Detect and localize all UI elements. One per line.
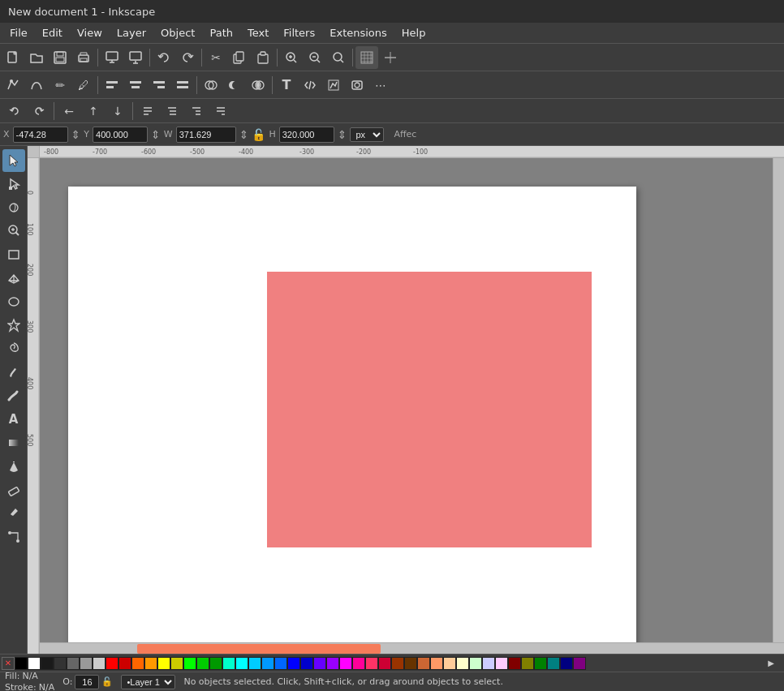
color-darkpurple[interactable] <box>573 657 586 670</box>
snap-guide-button[interactable] <box>379 46 402 69</box>
color-red3[interactable] <box>378 657 391 670</box>
color-pink[interactable] <box>352 657 365 670</box>
color-gray1[interactable] <box>67 657 80 670</box>
path-intersect-button[interactable] <box>247 74 269 97</box>
3dbox-tool-button[interactable] <box>2 267 25 290</box>
indent-btn[interactable] <box>161 100 183 122</box>
snap-nav-down[interactable]: ↓ <box>106 100 129 122</box>
zoom-out-button[interactable] <box>304 46 326 69</box>
color-blue2[interactable] <box>274 657 287 670</box>
bezier-tool-button[interactable] <box>25 74 48 97</box>
h-input[interactable] <box>279 127 334 143</box>
color-blue4[interactable] <box>300 657 313 670</box>
color-teal[interactable] <box>222 657 235 670</box>
menu-file[interactable]: File <box>3 25 34 41</box>
y-input[interactable] <box>93 127 148 143</box>
color-yellow[interactable] <box>157 657 170 670</box>
color-lightgreen[interactable] <box>469 657 482 670</box>
color-pink2[interactable] <box>365 657 378 670</box>
copy-button[interactable] <box>228 46 251 69</box>
save-button[interactable] <box>49 46 71 69</box>
calligraphy-button[interactable] <box>2 384 25 407</box>
filters-button[interactable] <box>346 74 368 97</box>
pink-shape-container[interactable] <box>267 272 592 547</box>
star-tool-button[interactable] <box>2 314 25 337</box>
bitmap-trace-button[interactable] <box>322 74 345 97</box>
color-gray2[interactable] <box>80 657 93 670</box>
color-purple1[interactable] <box>313 657 326 670</box>
fill-tool-button[interactable] <box>2 455 25 478</box>
indent-more-btn[interactable] <box>185 100 208 122</box>
spiral-tool-button[interactable] <box>2 337 25 360</box>
color-brown1[interactable] <box>391 657 404 670</box>
color-orange[interactable] <box>131 657 144 670</box>
color-green1[interactable] <box>196 657 209 670</box>
vscrollbar[interactable] <box>773 158 784 642</box>
indent-right-btn[interactable] <box>209 100 232 122</box>
color-purple2[interactable] <box>326 657 339 670</box>
color-brown2[interactable] <box>404 657 417 670</box>
canvas-area[interactable]: -800 -700 -600 -500 -400 -300 -200 -100 … <box>28 146 784 654</box>
zoom-tool-button[interactable] <box>2 220 25 242</box>
more-tools-button[interactable]: ⋯ <box>369 74 392 97</box>
indent-less-btn[interactable] <box>136 100 159 122</box>
snap-nav-back[interactable]: ← <box>58 100 80 122</box>
redo-button[interactable] <box>176 46 199 69</box>
xml-editor-button[interactable] <box>299 74 321 97</box>
color-darkblue[interactable] <box>560 657 573 670</box>
gradient-tool-button[interactable] <box>2 431 25 454</box>
cut-button[interactable]: ✂ <box>205 46 227 69</box>
tweak-tool-button[interactable] <box>2 196 25 219</box>
color-magenta[interactable] <box>339 657 352 670</box>
color-cyan2[interactable] <box>248 657 261 670</box>
color-salmon[interactable] <box>430 657 443 670</box>
distribute-button[interactable] <box>171 74 194 97</box>
menu-layer[interactable]: Layer <box>110 25 153 41</box>
color-darkolive[interactable] <box>521 657 534 670</box>
color-lightyellow[interactable] <box>456 657 469 670</box>
menu-object[interactable]: Object <box>154 25 201 41</box>
color-white[interactable] <box>28 657 41 670</box>
connector-tool-button[interactable] <box>2 526 25 548</box>
hscrollbar[interactable] <box>40 642 784 654</box>
color-cyan[interactable] <box>235 657 248 670</box>
color-lightgray[interactable] <box>93 657 106 670</box>
path-union-button[interactable] <box>200 74 222 97</box>
snap-grid-button[interactable] <box>355 46 378 69</box>
menu-view[interactable]: View <box>71 25 109 41</box>
color-red[interactable] <box>106 657 118 670</box>
undo-button[interactable] <box>153 46 175 69</box>
color-orange2[interactable] <box>144 657 157 670</box>
align-right-button[interactable] <box>148 74 170 97</box>
snap-nav-up[interactable]: ↑ <box>82 100 105 122</box>
print-button[interactable] <box>72 46 95 69</box>
menu-path[interactable]: Path <box>203 25 239 41</box>
snap-undo-btn[interactable] <box>3 100 26 122</box>
color-peach[interactable] <box>443 657 456 670</box>
x-input[interactable] <box>13 127 68 143</box>
text-button[interactable]: T <box>275 74 298 97</box>
color-yellow2[interactable] <box>170 657 183 670</box>
color-black[interactable] <box>15 657 28 670</box>
eraser-tool-button[interactable] <box>2 479 25 501</box>
layer-select[interactable]: •Layer 1 <box>121 675 175 689</box>
open-button[interactable] <box>25 46 48 69</box>
color-lightblue[interactable] <box>482 657 495 670</box>
rect-tool-button[interactable] <box>2 243 25 266</box>
import-button[interactable] <box>101 46 123 69</box>
color-red2[interactable] <box>118 657 131 670</box>
select-tool-button[interactable] <box>2 149 25 172</box>
color-lavender[interactable] <box>495 657 508 670</box>
text-tool-left-button[interactable]: A <box>2 408 25 431</box>
node-edit-button[interactable] <box>2 173 25 195</box>
align-left-button[interactable] <box>101 74 123 97</box>
ellipse-tool-button[interactable] <box>2 290 25 313</box>
node-tool-button[interactable] <box>2 74 24 97</box>
menu-edit[interactable]: Edit <box>36 25 69 41</box>
color-blue1[interactable] <box>261 657 274 670</box>
unit-select[interactable]: px mm cm in <box>350 127 384 142</box>
color-darkgray1[interactable] <box>41 657 54 670</box>
new-button[interactable] <box>2 46 24 69</box>
color-darkgreen[interactable] <box>534 657 547 670</box>
hscroll-thumb[interactable] <box>137 644 381 654</box>
